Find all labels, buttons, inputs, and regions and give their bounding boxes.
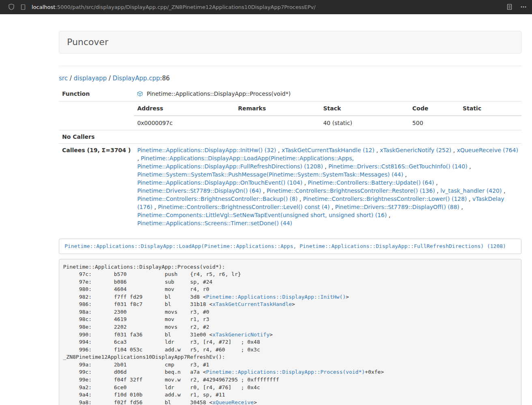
cell-code: 500 <box>409 116 459 130</box>
disassembly-symbol-link[interactable]: Pinetime::Applications::DisplayApp::Proc… <box>206 369 365 375</box>
callee-separator: , <box>459 204 463 210</box>
disassembly-symbol-link[interactable]: xTaskGenericNotify <box>212 332 269 338</box>
stats-row-spacer <box>59 101 134 130</box>
callees-list: Pinetime::Applications::DisplayApp::Init… <box>134 144 521 230</box>
no-callers-cell <box>134 130 521 144</box>
callee-separator: , <box>435 187 440 194</box>
callees-row: Callees (19, Σ=3704 ) Pinetime::Applicat… <box>59 144 521 230</box>
container: Puncover src / displayapp / DisplayApp.c… <box>59 31 521 405</box>
url-host: localhost <box>32 4 55 10</box>
callee-separator: , <box>502 187 505 194</box>
function-name: Pinetime::Applications::DisplayApp::Proc… <box>147 90 291 97</box>
callee-separator: , <box>387 212 390 218</box>
stats-table: Address Remarks Stack Code Static <box>134 101 521 130</box>
callee-separator: , <box>297 196 303 202</box>
function-table: Function Pinetime::Applications::Display… <box>59 87 521 230</box>
col-address: Address <box>134 101 235 116</box>
callee-separator: , <box>467 163 471 170</box>
callee-link[interactable]: Pinetime::Applications::Screens::Timer::… <box>137 220 292 226</box>
disassembly: Pinetime::Applications::DisplayApp::Proc… <box>59 259 521 405</box>
col-remarks: Remarks <box>235 101 320 116</box>
cell-stack: 40 (static) <box>320 116 409 130</box>
divider <box>59 66 521 66</box>
callee-link[interactable]: Pinetime::Applications::DisplayApp::Load… <box>137 155 354 170</box>
callee-link[interactable]: Pinetime::Controllers::BrightnessControl… <box>303 196 467 202</box>
url-bar[interactable]: localhost:5000/path/src/displayapp/Displ… <box>32 4 316 10</box>
browser-window: localhost:5000/path/src/displayapp/Displ… <box>0 0 532 405</box>
callee-link[interactable]: Pinetime::System::SystemTask::PushMessag… <box>137 171 403 178</box>
callee-separator: , <box>137 155 141 162</box>
callee-separator: , <box>302 179 308 186</box>
callee-link[interactable]: Pinetime::Applications::DisplayApp::Init… <box>137 147 276 153</box>
function-row: Function Pinetime::Applications::Display… <box>59 87 521 101</box>
callee-separator: , <box>261 187 267 194</box>
page-content: Puncover src / displayapp / DisplayApp.c… <box>0 14 532 405</box>
col-stack: Stack <box>320 101 409 116</box>
callee-separator: , <box>403 171 407 178</box>
callee-separator: , <box>375 147 380 153</box>
callee-link[interactable]: xTaskGetCurrentTaskHandle (12) <box>282 147 375 153</box>
callee-link[interactable]: Pinetime::Drivers::St7789::DisplayOn() (… <box>137 187 261 194</box>
breadcrumb-separator: / <box>107 75 113 82</box>
stats-row: Address Remarks Stack Code Static <box>59 101 521 130</box>
function-symbol-icon <box>137 90 143 99</box>
breadcrumb-link[interactable]: DisplayApp.cpp <box>113 75 160 82</box>
callee-separator: , <box>276 147 282 153</box>
highlighted-callee-box: Pinetime::Applications::DisplayApp::Load… <box>59 239 521 254</box>
callee-link[interactable]: Pinetime::Components::LittleVgl::SetNewT… <box>137 212 387 218</box>
callee-link[interactable]: xQueueReceive (764) <box>457 147 518 153</box>
no-callers-label: No Callers <box>59 130 134 144</box>
breadcrumb-link[interactable]: src <box>59 75 68 82</box>
callee-link[interactable]: Pinetime::Controllers::BrightnessControl… <box>267 187 435 194</box>
col-static: Static <box>459 101 521 116</box>
callee-separator: , <box>323 163 328 170</box>
callee-link[interactable]: lv_task_handler (420) <box>440 187 502 194</box>
callee-link[interactable]: Pinetime::Controllers::Battery::Update()… <box>308 179 434 186</box>
highlighted-callee-link[interactable]: Pinetime::Applications::DisplayApp::Load… <box>65 243 506 249</box>
callee-link[interactable]: Pinetime::Drivers::St7789::DisplayOff() … <box>335 204 459 210</box>
callee-separator: , <box>434 179 438 186</box>
disassembly-symbol-link[interactable]: xTaskGetCurrentTaskHandle <box>212 301 292 307</box>
breadcrumb-separator: / <box>68 75 74 82</box>
cell-static <box>459 116 521 130</box>
stats-value-row: 0x0000097c 40 (static) 500 <box>134 116 521 130</box>
callee-link[interactable]: xTaskGenericNotify (252) <box>380 147 451 153</box>
disassembly-symbol-link[interactable]: xQueueReceive <box>212 399 254 405</box>
browser-chrome: localhost:5000/path/src/displayapp/Displ… <box>0 0 532 14</box>
callee-separator: , <box>153 204 158 210</box>
col-code: Code <box>409 101 459 116</box>
callee-link[interactable]: Pinetime::Drivers::Cst816S::GetTouchInfo… <box>328 163 467 170</box>
breadcrumb: src / displayapp / DisplayApp.cpp:86 <box>59 74 521 82</box>
shield-icon[interactable] <box>8 4 15 10</box>
callee-separator: , <box>330 204 335 210</box>
page-icon <box>20 4 26 10</box>
cell-address: 0x0000097c <box>134 116 235 130</box>
callee-link[interactable]: Pinetime::Controllers::BrightnessControl… <box>158 204 330 210</box>
menu-icon[interactable] <box>520 4 527 10</box>
app-header: Puncover <box>59 31 521 54</box>
breadcrumb-line-number: :86 <box>160 75 170 82</box>
callee-separator: , <box>451 147 457 153</box>
function-row-label: Function <box>59 87 134 101</box>
callee-link[interactable]: Pinetime::Applications::DisplayApp::OnTo… <box>137 179 302 186</box>
stats-header-row: Address Remarks Stack Code Static <box>134 101 521 116</box>
disassembly-symbol-link[interactable]: Pinetime::Applications::DisplayApp::Init… <box>206 294 346 300</box>
url-path: :5000/path/src/displayapp/DisplayApp.cpp… <box>55 4 315 10</box>
cell-remarks <box>235 116 320 130</box>
stats-cell: Address Remarks Stack Code Static <box>134 101 521 130</box>
app-title[interactable]: Puncover <box>67 37 108 47</box>
callee-link[interactable]: Pinetime::Controllers::BrightnessControl… <box>137 196 297 202</box>
breadcrumb-link[interactable]: displayapp <box>74 75 107 82</box>
function-name-cell: Pinetime::Applications::DisplayApp::Proc… <box>134 87 521 101</box>
no-callers-row: No Callers <box>59 130 521 144</box>
reader-mode-icon[interactable] <box>506 4 513 10</box>
callee-separator: , <box>467 196 472 202</box>
callees-label: Callees (19, Σ=3704 ) <box>59 144 134 230</box>
